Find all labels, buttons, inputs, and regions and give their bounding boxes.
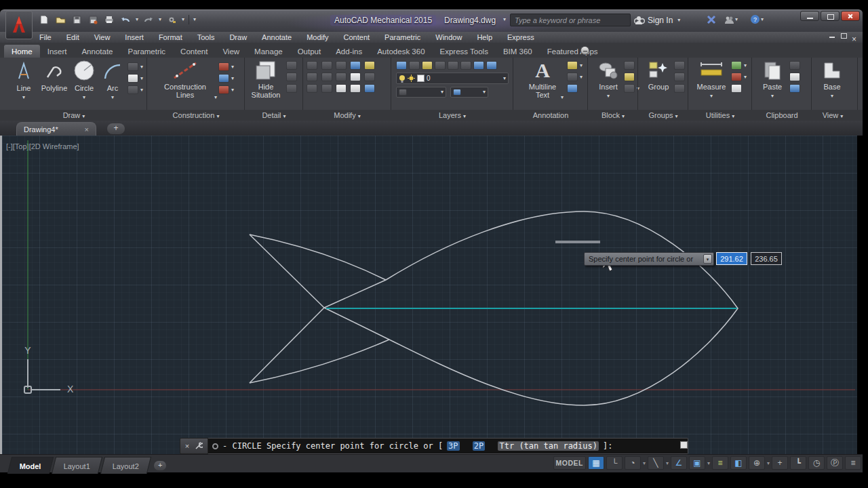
command-close-icon[interactable]: × — [185, 442, 189, 450]
gradient-tool-icon[interactable] — [127, 85, 138, 94]
saveas-icon[interactable] — [87, 14, 99, 25]
array-icon[interactable] — [321, 84, 332, 93]
layout1-tab[interactable]: Layout1 — [52, 457, 102, 474]
option-3p[interactable]: 3P — [447, 441, 459, 451]
annotation-panel-label[interactable]: Annotation — [514, 111, 587, 119]
group-button[interactable]: Group — [644, 60, 673, 91]
insert-caret-icon[interactable]: ▾ — [607, 93, 610, 99]
trim-icon[interactable] — [350, 61, 361, 70]
layer-freeze-icon[interactable] — [435, 61, 446, 70]
osnap-caret-icon[interactable]: ▾ — [707, 460, 710, 466]
tooltip-dropdown-icon[interactable]: ▾ — [703, 254, 712, 264]
selection-cycling-toggle[interactable]: ⊕ — [749, 456, 765, 470]
plot-icon[interactable] — [103, 14, 115, 25]
caret-icon[interactable]: ▾ — [140, 64, 143, 70]
explode-icon[interactable] — [350, 84, 361, 93]
dynamic-input-y-field[interactable]: 236.65 — [751, 252, 782, 265]
block-panel-label[interactable]: Block ▾ — [589, 111, 637, 119]
menu-help[interactable]: Help — [477, 33, 492, 41]
title-caret-icon[interactable]: ▾ — [503, 17, 506, 22]
power-erase-icon[interactable] — [307, 73, 317, 81]
dynamic-input-x-field[interactable]: 291.62 — [716, 252, 747, 265]
dimension-tool-icon[interactable] — [567, 61, 578, 70]
caret-icon[interactable]: ▾ — [140, 87, 143, 93]
layer-unlock-icon[interactable] — [460, 61, 471, 70]
ribbon-tab-parametric[interactable]: Parametric — [121, 45, 174, 58]
dynamic-ucs-toggle[interactable]: ┗ — [790, 456, 806, 470]
ribbon-tab-bim360[interactable]: BIM 360 — [496, 45, 540, 58]
ribbon-minimize-icon[interactable] — [580, 46, 589, 55]
lineweight-toggle[interactable]: ≡ — [712, 456, 728, 470]
ribbon-tab-manage[interactable]: Manage — [247, 45, 290, 58]
redo-caret-icon[interactable]: ▾ — [159, 17, 161, 22]
measure-button[interactable]: Measure ▾ — [694, 60, 728, 99]
menu-view[interactable]: View — [94, 33, 111, 41]
construction-caret-icon[interactable]: ▾ — [214, 95, 217, 100]
menu-edit[interactable]: Edit — [66, 33, 79, 41]
measure-caret-icon[interactable]: ▾ — [710, 93, 713, 99]
move-icon[interactable] — [321, 61, 332, 70]
restore-button[interactable] — [821, 11, 840, 21]
caret-icon[interactable]: ▾ — [140, 76, 143, 81]
power-edit-icon[interactable] — [307, 61, 317, 70]
table-tool-icon[interactable] — [567, 84, 578, 93]
offset-icon[interactable] — [336, 84, 347, 93]
layer-off-icon[interactable] — [409, 61, 420, 70]
layer-prev-icon[interactable] — [486, 61, 497, 70]
drawing-file-tab[interactable]: Drawing4* × — [16, 122, 96, 136]
detail-tool-icon[interactable] — [286, 73, 297, 81]
ribbon-tab-view[interactable]: View — [215, 45, 247, 58]
layer-state-combo[interactable]: ▾ — [396, 87, 446, 98]
menu-content[interactable]: Content — [344, 33, 370, 41]
fillet-icon[interactable] — [364, 61, 375, 70]
match-properties-icon[interactable] — [789, 84, 800, 93]
leader-tool-icon[interactable] — [567, 73, 578, 81]
caret-icon[interactable]: ▾ — [231, 64, 234, 70]
help-icon[interactable]: ? — [749, 14, 761, 24]
drawing-canvas[interactable]: Y X — [2, 136, 857, 454]
transparency-toggle[interactable]: ◧ — [730, 456, 747, 470]
line-button[interactable]: Line ▾ — [11, 60, 37, 100]
qat-customize-caret-icon[interactable]: ▾ — [193, 17, 196, 22]
new-file-icon[interactable] — [38, 14, 50, 25]
close-button[interactable] — [841, 11, 860, 21]
open-folder-icon[interactable] — [54, 14, 66, 25]
menu-insert[interactable]: Insert — [125, 33, 144, 41]
quick-select-icon[interactable] — [731, 61, 742, 70]
caret-icon[interactable]: ▾ — [483, 89, 486, 95]
save-icon[interactable] — [71, 14, 83, 25]
menu-annotate[interactable]: Annotate — [262, 33, 292, 41]
layer-combo[interactable]: 0 ▾ — [396, 73, 509, 84]
ribbon-tab-featured-apps[interactable]: Featured Apps — [540, 45, 606, 58]
modify-panel-label[interactable]: Modify ▾ — [304, 111, 391, 119]
ribbon-tab-addins[interactable]: Add-ins — [328, 45, 370, 58]
layout2-tab[interactable]: Layout2 — [100, 457, 151, 474]
detail-tool-icon[interactable] — [286, 61, 297, 70]
id-point-icon[interactable] — [731, 84, 742, 93]
menu-file[interactable]: File — [39, 33, 52, 41]
copy-clip-icon[interactable] — [789, 73, 800, 81]
caret-icon[interactable]: ▾ — [580, 75, 583, 80]
hatch-tool-icon[interactable] — [127, 74, 138, 83]
line-caret-icon[interactable]: ▾ — [22, 94, 25, 100]
erase-icon[interactable] — [364, 84, 375, 93]
polar-tracking-toggle[interactable]: ◔ — [625, 456, 641, 470]
command-resize-grip[interactable] — [680, 441, 688, 449]
ungroup-icon[interactable] — [674, 61, 685, 70]
dynamic-input-toggle[interactable]: + — [772, 456, 788, 470]
ortho-toggle[interactable]: └ — [606, 456, 623, 470]
detail-panel-label[interactable]: Detail ▾ — [245, 111, 302, 119]
circle-caret-icon[interactable]: ▾ — [83, 94, 85, 100]
tab-close-icon[interactable]: × — [85, 125, 89, 134]
detail-tool-icon[interactable] — [286, 84, 297, 93]
menu-modify[interactable]: Modify — [307, 33, 328, 41]
isometric-drafting-toggle[interactable]: ╲ — [648, 456, 664, 470]
construction-lines-button[interactable]: Construction Lines — [157, 60, 213, 99]
view-panel-label[interactable]: View ▾ — [812, 111, 853, 119]
minimize-button[interactable] — [800, 11, 819, 21]
menu-window[interactable]: Window — [435, 33, 462, 41]
layer-properties-icon[interactable] — [396, 61, 407, 70]
caret-icon[interactable]: ▾ — [231, 76, 234, 81]
utilities-panel-label[interactable]: Utilities ▾ — [689, 111, 751, 119]
menu-draw[interactable]: Draw — [229, 33, 247, 41]
